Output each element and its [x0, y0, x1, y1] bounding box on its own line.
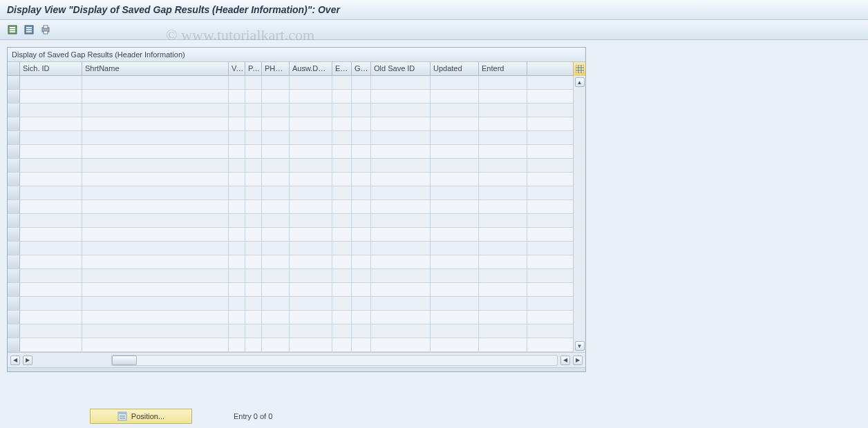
table-cell	[352, 131, 371, 144]
row-selector[interactable]	[8, 173, 20, 186]
scroll-right-end-button[interactable]: ▶	[573, 356, 583, 365]
column-header[interactable]: Updated	[431, 62, 479, 75]
table-cell	[371, 255, 431, 269]
column-header[interactable]: Old Save ID	[371, 62, 431, 75]
column-config-button[interactable]	[573, 62, 585, 76]
row-selector[interactable]	[8, 159, 20, 172]
row-selector[interactable]	[8, 76, 20, 89]
row-selector[interactable]	[8, 311, 20, 324]
table-row[interactable]	[8, 145, 573, 159]
row-selector[interactable]	[8, 242, 20, 255]
column-header[interactable]: P...	[245, 62, 262, 75]
row-selector[interactable]	[8, 269, 20, 282]
svg-rect-9	[44, 26, 48, 28]
row-selector[interactable]	[8, 255, 20, 269]
column-header[interactable]: ShrtName	[82, 62, 229, 75]
scroll-up-button[interactable]: ▲	[575, 77, 585, 87]
table-cell	[431, 283, 479, 296]
table-cell	[20, 283, 82, 296]
column-header[interactable]: Ausw.Datum	[290, 62, 332, 75]
scroll-left-end-button[interactable]: ◀	[560, 356, 570, 365]
column-header[interactable]: Ga...	[352, 62, 371, 75]
hscroll-track[interactable]	[111, 355, 558, 366]
table-cell	[479, 269, 527, 282]
svg-rect-19	[120, 418, 125, 419]
row-selector[interactable]	[8, 131, 20, 144]
scroll-right-button[interactable]: ▶	[23, 356, 32, 365]
table-cell	[479, 131, 527, 144]
table-row[interactable]	[8, 104, 573, 117]
table-cell	[352, 311, 371, 324]
position-button[interactable]: Position...	[90, 409, 192, 424]
table-row[interactable]	[8, 186, 573, 200]
table-cell	[431, 214, 479, 227]
svg-rect-11	[576, 65, 584, 73]
table-cell	[431, 200, 479, 213]
table-row[interactable]	[8, 255, 573, 269]
table-row[interactable]	[8, 76, 573, 90]
print-button[interactable]	[39, 23, 53, 37]
row-selector[interactable]	[8, 90, 20, 103]
table-row[interactable]	[8, 228, 573, 242]
select-all-button[interactable]	[6, 23, 19, 37]
scroll-left-button[interactable]: ◀	[10, 356, 20, 365]
column-header[interactable]: Ev...	[332, 62, 352, 75]
row-selector[interactable]	[8, 200, 20, 213]
row-selector[interactable]	[8, 338, 20, 351]
table-row[interactable]	[8, 131, 573, 145]
table-row[interactable]	[8, 283, 573, 297]
column-header[interactable]: PHKn...	[262, 62, 290, 75]
table-cell	[352, 117, 371, 130]
table-cell	[290, 255, 332, 269]
grid-select-all-icon	[8, 25, 17, 35]
hscroll-thumb[interactable]	[112, 356, 137, 365]
table-cell	[352, 242, 371, 255]
table-cell	[431, 269, 479, 282]
table-row[interactable]	[8, 297, 573, 311]
column-header[interactable]: Sich. ID	[20, 62, 82, 75]
column-header[interactable]: Enterd	[479, 62, 527, 75]
horizontal-scrollbar[interactable]: ◀ ▶ ◀ ▶	[8, 352, 585, 367]
table-row[interactable]	[8, 324, 573, 338]
scroll-down-button[interactable]: ▼	[575, 341, 585, 351]
table-row[interactable]	[8, 159, 573, 173]
table-cell	[245, 200, 262, 213]
table-row[interactable]	[8, 200, 573, 214]
grid-title: Display of Saved Gap Results (Header Inf…	[8, 48, 585, 62]
table-row[interactable]	[8, 311, 573, 324]
table-cell	[290, 173, 332, 186]
table-cell	[290, 214, 332, 227]
row-selector[interactable]	[8, 117, 20, 130]
deselect-all-button[interactable]	[22, 23, 36, 37]
table-row[interactable]	[8, 269, 573, 283]
row-selector[interactable]	[8, 283, 20, 296]
table-cell	[20, 200, 82, 213]
table-row[interactable]	[8, 338, 573, 352]
table-cell	[290, 200, 332, 213]
row-selector[interactable]	[8, 324, 20, 338]
row-selector[interactable]	[8, 145, 20, 158]
table-cell	[352, 173, 371, 186]
row-selector[interactable]	[8, 297, 20, 310]
table-cell	[431, 104, 479, 117]
table-cell	[332, 200, 352, 213]
table-cell	[20, 117, 82, 130]
row-selector[interactable]	[8, 104, 20, 117]
table-row[interactable]	[8, 117, 573, 131]
table-row[interactable]	[8, 90, 573, 104]
row-selector[interactable]	[8, 228, 20, 241]
table-cell	[20, 159, 82, 172]
table-cell	[245, 311, 262, 324]
table-cell	[371, 145, 431, 158]
table-cell	[371, 324, 431, 338]
table-row[interactable]	[8, 173, 573, 186]
table-row[interactable]	[8, 214, 573, 228]
row-selector[interactable]	[8, 214, 20, 227]
row-selector[interactable]	[8, 186, 20, 200]
table-cell	[262, 214, 290, 227]
vertical-scrollbar[interactable]: ▲ ▼	[573, 76, 585, 352]
column-header[interactable]: V...	[229, 62, 245, 75]
table-cell	[82, 324, 229, 338]
table-row[interactable]	[8, 242, 573, 255]
table-cell	[431, 173, 479, 186]
